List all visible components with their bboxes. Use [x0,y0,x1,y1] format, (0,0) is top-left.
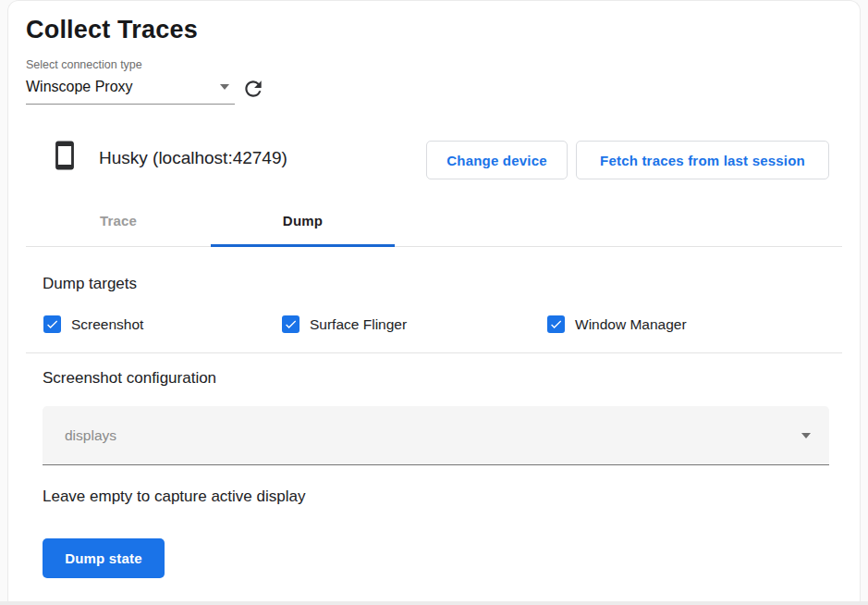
refresh-connection-button[interactable] [238,74,268,104]
active-tab-indicator [211,244,395,247]
tab-trace[interactable]: Trace [26,194,211,246]
page-title: Collect Traces [26,16,198,44]
chevron-down-icon [220,84,229,90]
tabs-divider [26,246,842,247]
smartphone-icon [49,140,80,175]
checkbox-window-manager[interactable]: Window Manager [547,315,687,333]
connection-type-value: Winscope Proxy [26,79,133,95]
checkbox-surface-flinger[interactable]: Surface Flinger [282,315,407,333]
checkbox-label: Screenshot [71,316,143,333]
checkbox-label: Window Manager [575,316,687,333]
connection-type-label: Select connection type [26,58,142,71]
screenshot-config-heading: Screenshot configuration [43,369,216,388]
bottom-edge-strip [0,601,868,605]
checkbox-checked-box [282,315,300,333]
targets-divider [26,352,842,353]
checkbox-checked-box [43,315,61,333]
displays-select-value: displays [65,427,116,444]
refresh-icon [241,77,265,101]
change-device-button[interactable]: Change device [426,141,568,179]
check-icon [284,317,298,331]
fetch-traces-button[interactable]: Fetch traces from last session [576,141,829,179]
connection-type-select[interactable]: Winscope Proxy [26,76,235,105]
chevron-down-icon [801,433,811,438]
checkbox-screenshot[interactable]: Screenshot [43,315,143,333]
checkbox-label: Surface Flinger [310,316,407,333]
displays-select[interactable]: displays [43,406,829,465]
dump-state-button[interactable]: Dump state [43,538,165,578]
dump-targets-heading: Dump targets [43,275,137,293]
tab-dump[interactable]: Dump [211,194,395,246]
capture-hint-text: Leave empty to capture active display [43,488,305,506]
check-icon [549,317,563,331]
check-icon [45,317,59,331]
device-name: Husky (localhost:42749) [99,148,287,168]
checkbox-checked-box [547,315,565,333]
